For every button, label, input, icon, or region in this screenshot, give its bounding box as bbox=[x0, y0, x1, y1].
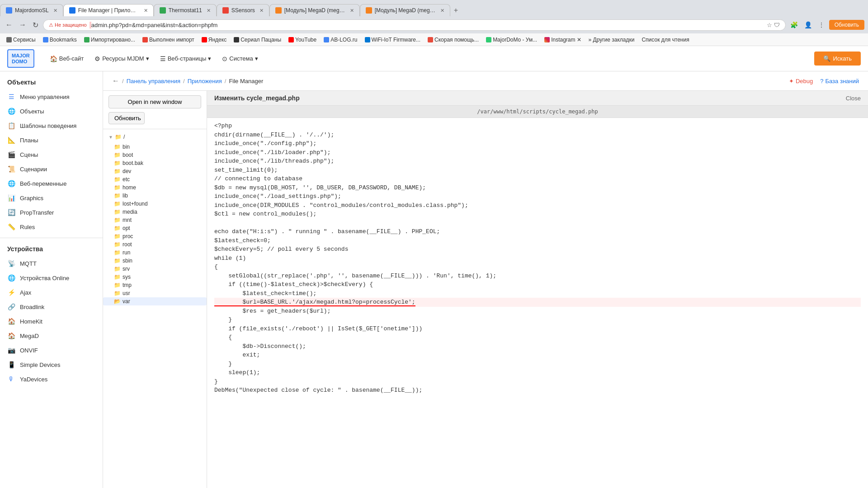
bookmark-youtube[interactable]: YouTube bbox=[286, 36, 319, 44]
tree-item[interactable]: 📁 etc bbox=[103, 175, 207, 183]
bookmark-ablog[interactable]: AB-LOG.ru bbox=[321, 36, 360, 44]
tab-6-close[interactable]: ✕ bbox=[440, 8, 444, 14]
sidebar-item-plans[interactable]: 📐 Планы bbox=[0, 133, 103, 147]
tree-item[interactable]: 📂 var bbox=[103, 297, 207, 305]
sidebar-item-onvif[interactable]: 📷 ONVIF bbox=[0, 343, 103, 357]
nav-resources[interactable]: ⚙ Ресурсы MJDM ▾ bbox=[90, 52, 153, 65]
tree-item[interactable]: 📁 opt bbox=[103, 224, 207, 232]
tree-item[interactable]: 📁 root bbox=[103, 240, 207, 249]
bookmark-wifi[interactable]: WiFi-IoT Firmware... bbox=[362, 36, 423, 44]
forward-button[interactable]: → bbox=[17, 19, 28, 31]
bookmark-majordomo[interactable]: MajorDoMo - Ум... bbox=[483, 36, 540, 44]
refresh-fm-button[interactable]: Обновить bbox=[108, 112, 145, 124]
tree-item[interactable]: 📁 boot.bak bbox=[103, 159, 207, 167]
main-layout: Объекты ☰ Меню управления 🌐 Объекты 📋 Ша… bbox=[0, 71, 868, 488]
tree-item[interactable]: 📁 tmp bbox=[103, 281, 207, 289]
sidebar-item-rules[interactable]: 📏 Rules bbox=[0, 220, 103, 234]
sidebar-item-megad[interactable]: 🏠 MegaD bbox=[0, 328, 103, 343]
sidebar-item-webvars[interactable]: 🌐 Веб-переменные bbox=[0, 176, 103, 191]
code-line: // connecting to database bbox=[214, 174, 861, 183]
sidebar-item-objects[interactable]: 🌐 Объекты bbox=[0, 104, 103, 118]
breadcrumb-back[interactable]: ← bbox=[112, 77, 119, 85]
nav-website[interactable]: 🏠 Веб-сайт bbox=[45, 52, 88, 65]
sidebar-item-graphics[interactable]: 📊 Graphics bbox=[0, 191, 103, 205]
bookmark-bookmarks-label: Bookmarks bbox=[50, 37, 77, 43]
extensions-button[interactable]: 🧩 bbox=[788, 19, 800, 30]
tree-item[interactable]: 📁 bin bbox=[103, 143, 207, 151]
bookmark-yandex[interactable]: Яндекс bbox=[199, 36, 229, 44]
url-text[interactable]: admin.php?pd=&md=panel&inst=&action=phpf… bbox=[90, 22, 764, 28]
tree-item[interactable]: 📁 sys bbox=[103, 273, 207, 281]
sidebar-item-broadlink[interactable]: 🔗 Broadlink bbox=[0, 300, 103, 314]
knowledge-button[interactable]: ? База знаний bbox=[820, 78, 859, 84]
debug-button[interactable]: ✦ Debug bbox=[789, 78, 813, 84]
bookmark-bookmarks[interactable]: Bookmarks bbox=[40, 36, 80, 44]
sidebar-item-proptransfer[interactable]: 🔄 PropTransfer bbox=[0, 205, 103, 220]
bookmark-serial[interactable]: Сериал Пацаны bbox=[231, 36, 284, 44]
tab-1-close[interactable]: ✕ bbox=[53, 8, 57, 14]
bookmark-imported[interactable]: Выполнен импорт bbox=[140, 36, 197, 44]
tab-5[interactable]: [Модуль] MegaD (megad) - C... ✕ bbox=[269, 4, 360, 16]
breadcrumb-link-panel[interactable]: Панель управления bbox=[127, 78, 180, 84]
tab-3-close[interactable]: ✕ bbox=[207, 8, 211, 14]
sidebar-item-templates[interactable]: 📋 Шаблоны поведения bbox=[0, 118, 103, 133]
nav-webpages[interactable]: ☰ Веб-страницы ▾ bbox=[156, 52, 216, 65]
search-button[interactable]: 🔍 Искать bbox=[814, 52, 861, 66]
new-tab-button[interactable]: + bbox=[450, 5, 462, 16]
tree-item[interactable]: 📁 run bbox=[103, 249, 207, 257]
tree-root-item[interactable]: ▼ 📁 / bbox=[107, 133, 203, 141]
sidebar-item-scenarios[interactable]: 📜 Сценарии bbox=[0, 162, 103, 176]
sidebar-item-menu[interactable]: ☰ Меню управления bbox=[0, 89, 103, 104]
tab-2-close[interactable]: ✕ bbox=[144, 8, 148, 14]
close-editor-button[interactable]: Close bbox=[846, 95, 861, 102]
sidebar-item-simple-devices[interactable]: 📱 Simple Devices bbox=[0, 357, 103, 372]
code-line: } bbox=[214, 377, 861, 386]
code-line: exit; bbox=[214, 351, 861, 360]
sidebar-item-yadevices[interactable]: 🎙 YaDevices bbox=[0, 372, 103, 386]
breadcrumb-link-apps[interactable]: Приложения bbox=[188, 78, 222, 84]
reload-button[interactable]: ↻ bbox=[31, 19, 40, 31]
bookmark-ablog-label: AB-LOG.ru bbox=[330, 37, 357, 43]
tree-item[interactable]: 📁 media bbox=[103, 208, 207, 216]
bookmark-import[interactable]: Импортировано... bbox=[81, 36, 138, 44]
tree-item[interactable]: 📁 usr bbox=[103, 289, 207, 297]
tree-item[interactable]: 📁 dev bbox=[103, 167, 207, 175]
tab-4-close[interactable]: ✕ bbox=[259, 8, 264, 14]
sidebar-item-homekit[interactable]: 🏠 HomeKit bbox=[0, 314, 103, 328]
tree-items: 📁 bin📁 boot📁 boot.bak📁 dev📁 etc📁 home📁 l… bbox=[103, 143, 207, 305]
sidebar-item-mqtt[interactable]: 📡 MQTT bbox=[0, 256, 103, 271]
code-editor[interactable]: <?phpchdir(dirname(__FILE__) . '/../');i… bbox=[207, 118, 868, 488]
bookmark-others[interactable]: » Другие закладки bbox=[586, 36, 637, 44]
tab-1[interactable]: MajordomoSL ✕ bbox=[0, 4, 63, 16]
tree-item[interactable]: 📁 lib bbox=[103, 192, 207, 200]
sidebar-item-devices-online[interactable]: 🌐 Устройства Online bbox=[0, 271, 103, 285]
open-new-window-button[interactable]: Open in new window bbox=[108, 95, 201, 108]
bookmark-reading[interactable]: Список для чтения bbox=[639, 36, 692, 44]
sidebar-item-ajax[interactable]: ⚡ Ajax bbox=[0, 285, 103, 300]
tree-item[interactable]: 📁 proc bbox=[103, 232, 207, 240]
bookmark-instagram[interactable]: Instagram ✕ bbox=[542, 36, 584, 44]
bookmark-skoraya[interactable]: Скорая помощь... bbox=[425, 36, 481, 44]
tab-4[interactable]: SSensors ✕ bbox=[217, 4, 269, 16]
tree-item[interactable]: 📁 srv bbox=[103, 265, 207, 273]
profile-button[interactable]: 👤 bbox=[802, 19, 814, 30]
sidebar-item-scenes[interactable]: 🎬 Сцены bbox=[0, 147, 103, 162]
tree-item[interactable]: 📁 home bbox=[103, 183, 207, 192]
tab-5-close[interactable]: ✕ bbox=[350, 8, 354, 14]
tree-item[interactable]: 📁 mnt bbox=[103, 216, 207, 224]
back-button[interactable]: ← bbox=[4, 19, 14, 31]
update-button[interactable]: Обновить bbox=[829, 20, 864, 30]
more-button[interactable]: ⋮ bbox=[816, 19, 826, 30]
tab-2[interactable]: File Manager | Приложения |... ✕ bbox=[63, 4, 154, 16]
nav-system[interactable]: ⊙ Система ▾ bbox=[217, 52, 262, 65]
code-line: $checkEvery=5; // poll every 5 seconds bbox=[214, 245, 861, 254]
code-line: echo date("H:i:s") . " running " . basen… bbox=[214, 227, 861, 236]
tree-item[interactable]: 📁 lost+found bbox=[103, 200, 207, 208]
tree-item[interactable]: 📁 sbin bbox=[103, 257, 207, 265]
bookmark-services[interactable]: Сервисы bbox=[4, 36, 38, 44]
tab-3[interactable]: Thermostat11 ✕ bbox=[154, 4, 217, 16]
tab-6[interactable]: [Модуль] MegaD (megad) - C... ✕ bbox=[360, 4, 450, 16]
tree-item[interactable]: 📁 boot bbox=[103, 151, 207, 159]
url-bar[interactable]: ⚠ Не защищено admin.php?pd=&md=panel&ins… bbox=[43, 19, 786, 31]
star-icon[interactable]: ☆ bbox=[767, 22, 772, 28]
